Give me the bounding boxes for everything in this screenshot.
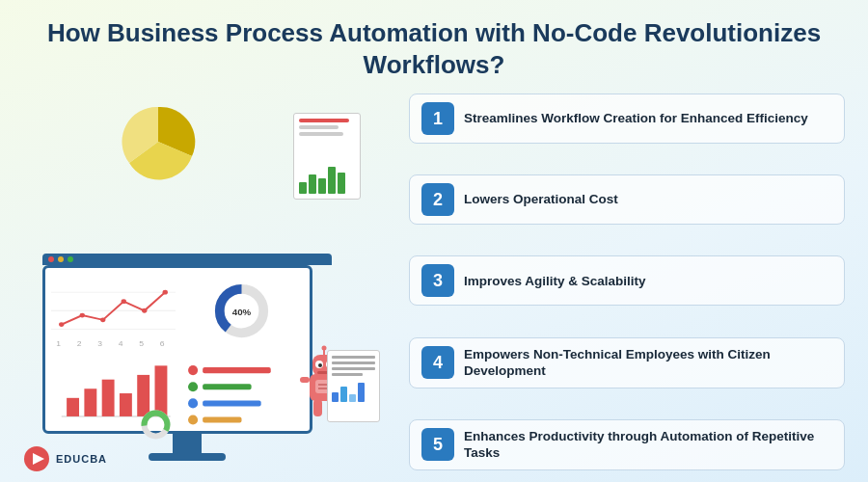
item-text-3: Improves Agility & Scalability	[464, 273, 646, 290]
list-item-1: 1Streamlines Workflow Creation for Enhan…	[409, 94, 845, 144]
item-text-4: Empowers Non-Technical Employees with Ci…	[464, 346, 832, 380]
main-content: 1 2 3 4 5 6	[23, 94, 845, 470]
svg-rect-45	[313, 399, 322, 416]
svg-text:40%: 40%	[232, 306, 252, 316]
svg-rect-31	[203, 400, 260, 406]
svg-point-14	[142, 308, 147, 313]
svg-rect-43	[300, 377, 310, 383]
svg-point-15	[163, 290, 168, 295]
item-text-2: Lowers Operational Cost	[464, 191, 618, 208]
list-item-5: 5Enhances Productivity through Automatio…	[409, 419, 845, 470]
horizontal-bars	[179, 352, 304, 426]
page-wrapper: How Business Process Automation with No-…	[0, 0, 868, 482]
svg-point-12	[100, 317, 105, 322]
svg-point-38	[318, 363, 322, 367]
monitor-stand	[173, 434, 202, 453]
small-donut	[139, 408, 173, 442]
svg-point-28	[188, 382, 198, 391]
list-item-2: 2Lowers Operational Cost	[409, 174, 845, 225]
logo: EDUCBA	[23, 445, 107, 472]
list-item-3: 3Improves Agility & Scalability	[409, 255, 845, 306]
svg-point-10	[59, 322, 64, 327]
svg-text:1: 1	[56, 339, 61, 347]
svg-text:5: 5	[139, 339, 144, 347]
svg-point-32	[188, 415, 198, 424]
numbered-list: 1Streamlines Workflow Creation for Enhan…	[409, 94, 845, 470]
svg-text:4: 4	[119, 339, 123, 347]
num-badge-2: 2	[421, 183, 454, 216]
main-container: How Business Process Automation with No-…	[0, 0, 868, 482]
svg-rect-21	[84, 388, 96, 416]
svg-point-41	[322, 346, 327, 351]
educba-logo-icon	[23, 445, 50, 472]
num-badge-1: 1	[421, 102, 454, 135]
illustration-panel: 1 2 3 4 5 6	[23, 94, 390, 470]
svg-rect-20	[67, 397, 79, 415]
donut-chart: 40%	[179, 274, 304, 348]
num-badge-4: 4	[421, 346, 454, 379]
svg-point-30	[188, 398, 198, 408]
monitor-screen: 1 2 3 4 5 6	[42, 265, 312, 434]
num-badge-5: 5	[421, 428, 454, 461]
pie-chart-float	[120, 103, 197, 180]
svg-point-13	[122, 299, 126, 304]
svg-rect-29	[203, 384, 251, 389]
svg-text:2: 2	[77, 339, 82, 347]
svg-rect-23	[120, 393, 132, 416]
svg-point-26	[188, 365, 198, 375]
list-item-4: 4Empowers Non-Technical Employees with C…	[409, 337, 845, 388]
item-text-1: Streamlines Workflow Creation for Enhanc…	[464, 110, 808, 127]
svg-rect-33	[203, 416, 241, 422]
svg-point-11	[80, 313, 85, 318]
svg-text:3: 3	[97, 339, 102, 347]
doc-float	[327, 350, 380, 422]
svg-rect-22	[102, 379, 115, 415]
page-title: How Business Process Automation with No-…	[23, 17, 845, 80]
line-chart: 1 2 3 4 5 6	[51, 274, 176, 348]
svg-rect-27	[203, 367, 271, 373]
monitor-base	[149, 453, 226, 461]
num-badge-3: 3	[421, 264, 454, 297]
logo-text: EDUCBA	[56, 453, 107, 465]
paper-chart	[293, 113, 361, 200]
item-text-5: Enhances Productivity through Automation…	[464, 428, 832, 462]
monitor: 1 2 3 4 5 6	[42, 254, 332, 461]
svg-text:6: 6	[160, 339, 165, 347]
